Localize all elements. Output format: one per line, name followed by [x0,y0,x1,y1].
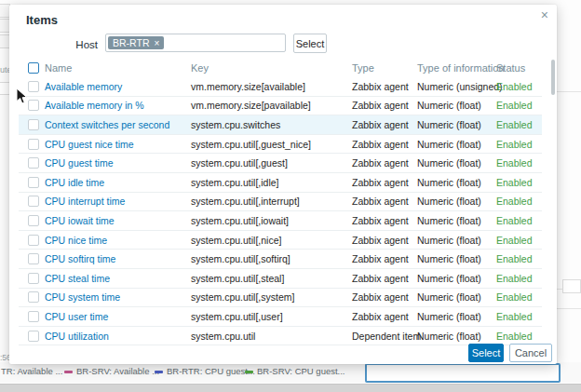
item-name-link[interactable]: CPU guest nice time [45,139,134,150]
item-status: Enabled [496,331,533,342]
table-row[interactable]: CPU system time system.cpu.util[,system]… [19,289,542,308]
items-dialog: Items × Host BR-RTR× Select Name Key Typ… [9,5,557,364]
item-type: Zabbix agent [352,177,409,188]
item-info: Numeric (float) [417,311,481,322]
item-info: Numeric (float) [417,215,481,226]
items-table-body: Available memory vm.memory.size[availabl… [19,77,542,345]
table-row[interactable]: CPU guest time system.cpu.util[,guest] Z… [19,154,542,173]
item-name-link[interactable]: CPU system time [45,291,120,303]
item-type: Zabbix agent [352,100,409,111]
row-checkbox[interactable] [28,331,39,342]
row-checkbox[interactable] [28,196,39,207]
item-info: Numeric (unsigned) [417,81,503,92]
item-key: system.cpu.util[,guest_nice] [191,139,311,150]
item-name-link[interactable]: Context switches per second [45,119,169,130]
item-name-link[interactable]: Available memory [45,81,122,92]
item-name-link[interactable]: CPU guest time [45,157,114,169]
host-input[interactable]: BR-RTR× [105,34,286,52]
item-status: Enabled [496,311,533,322]
item-info: Numeric (float) [417,139,481,150]
scrollbar-thumb[interactable] [551,60,555,95]
item-name-link[interactable]: CPU idle time [45,177,104,188]
row-checkbox[interactable] [28,311,39,322]
select-all-checkbox[interactable] [28,62,39,74]
row-checkbox[interactable] [28,291,39,303]
row-checkbox[interactable] [28,81,39,92]
graph-legend-item: TR: Available ... [1,366,62,376]
item-status: Enabled [496,253,533,264]
table-row[interactable]: Available memory vm.memory.size[availabl… [19,77,542,97]
item-info: Numeric (float) [417,331,481,342]
chip-remove-icon[interactable]: × [154,38,159,48]
item-key: vm.memory.size[pavailable] [191,100,311,111]
item-key: system.cpu.util[,softirq] [191,253,290,264]
item-status: Enabled [496,100,533,111]
mouse-cursor [16,88,28,105]
table-row[interactable]: CPU idle time system.cpu.util[,idle] Zab… [19,173,542,193]
item-status: Enabled [496,177,533,188]
table-row[interactable]: CPU guest nice time system.cpu.util[,gue… [19,135,542,155]
item-type: Zabbix agent [352,235,409,246]
close-icon[interactable]: × [541,8,548,21]
item-name-link[interactable]: CPU steal time [45,273,110,284]
item-name-link[interactable]: CPU user time [45,311,108,322]
table-row[interactable]: CPU utilization system.cpu.util Dependen… [19,327,542,346]
column-header-type: Type [352,62,374,74]
table-row[interactable]: Context switches per second system.cpu.s… [19,115,542,135]
footer-select-button[interactable]: Select [468,344,504,362]
item-name-link[interactable]: CPU softirq time [45,253,115,264]
table-row[interactable]: CPU user time system.cpu.util[,user] Zab… [19,307,542,327]
item-key: system.cpu.util[,user] [191,311,283,322]
row-checkbox[interactable] [28,235,39,246]
row-checkbox[interactable] [28,177,39,188]
column-header-info: Type of information [417,62,505,74]
item-info: Numeric (float) [417,253,481,264]
item-status: Enabled [496,235,533,246]
item-type: Zabbix agent [352,119,409,130]
item-info: Numeric (float) [417,235,481,246]
item-status: Enabled [496,157,533,169]
item-key: system.cpu.util [191,331,255,342]
item-status: Enabled [496,273,533,284]
bottom-taskbar [0,384,581,392]
item-info: Numeric (float) [417,291,481,303]
row-checkbox[interactable] [28,157,39,169]
host-label: Host [56,39,98,50]
column-header-name[interactable]: Name [45,62,72,74]
item-info: Numeric (float) [417,119,481,130]
item-name-link[interactable]: CPU interrupt time [45,196,125,207]
item-info: Numeric (float) [417,196,481,207]
legend-color-dash-icon [245,371,253,373]
dialog-title: Items [26,13,58,27]
row-checkbox[interactable] [28,253,39,264]
item-key: system.cpu.util[,guest] [191,157,288,169]
graph-legend-item: BR-SRV: Available ... [64,366,159,376]
background-line [557,91,581,92]
item-key: system.cpu.util[,system] [191,291,294,303]
legend-label: BR-SRV: Available ... [76,366,159,376]
item-info: Numeric (float) [417,177,481,188]
table-row[interactable]: CPU iowait time system.cpu.util[,iowait]… [19,211,542,231]
footer-cancel-button[interactable]: Cancel [509,344,552,362]
table-row[interactable]: CPU softirq time system.cpu.util[,softir… [19,250,542,269]
item-name-link[interactable]: Available memory in % [45,100,144,111]
row-checkbox[interactable] [28,273,39,284]
row-checkbox[interactable] [28,215,39,226]
graph-legend-item: BR-RTR: CPU guest... [155,366,255,376]
host-chip[interactable]: BR-RTR× [108,36,164,49]
host-select-button[interactable]: Select [293,34,327,53]
table-row[interactable]: CPU interrupt time system.cpu.util[,inte… [19,193,542,212]
table-row[interactable]: CPU steal time system.cpu.util[,steal] Z… [19,269,542,289]
table-row[interactable]: CPU nice time system.cpu.util[,nice] Zab… [19,231,542,250]
row-checkbox[interactable] [28,119,39,130]
item-name-link[interactable]: CPU nice time [45,235,107,246]
item-name-link[interactable]: CPU iowait time [45,215,115,226]
background-button-fragment [562,279,581,293]
item-status: Enabled [496,81,533,92]
row-checkbox[interactable] [28,139,39,150]
item-info: Numeric (float) [417,100,481,111]
host-chip-label: BR-RTR [113,37,149,48]
row-checkbox[interactable] [28,100,39,111]
item-name-link[interactable]: CPU utilization [45,331,109,342]
table-row[interactable]: Available memory in % vm.memory.size[pav… [19,97,542,116]
